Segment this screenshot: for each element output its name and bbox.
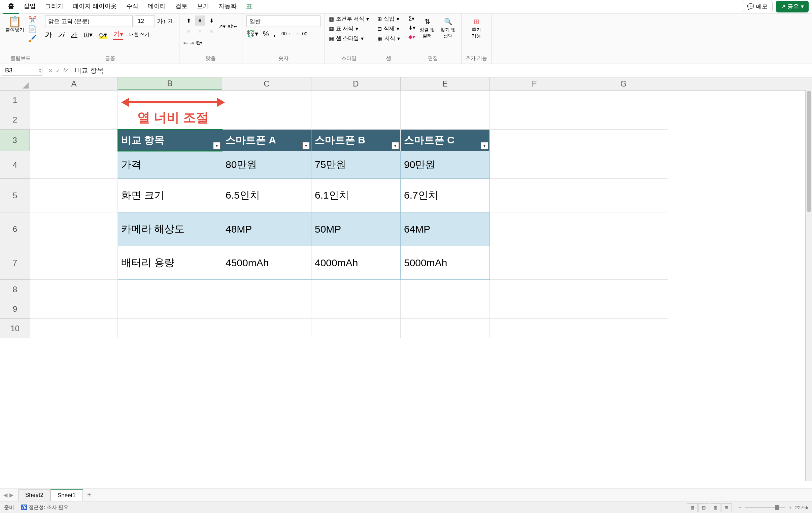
cell-E4[interactable]: 90만원 <box>401 151 490 179</box>
zoom-control[interactable]: − + 227% <box>738 505 808 510</box>
sheet-prev-icon[interactable]: ◀ <box>3 492 7 498</box>
menu-tab-그리기[interactable]: 그리기 <box>40 0 68 14</box>
cell-G2[interactable] <box>579 110 668 130</box>
row-header-9[interactable]: 9 <box>0 299 30 319</box>
underline-button[interactable]: 가 <box>71 30 78 39</box>
cell-B10[interactable] <box>118 319 222 338</box>
merge-icon[interactable]: ⧉▾ <box>196 40 202 46</box>
cell-D3[interactable]: 스마트폰 B▼ <box>311 130 401 151</box>
phonetic-button[interactable]: 내친 쓰기 <box>129 32 149 38</box>
column-header-D[interactable]: D <box>311 78 401 90</box>
sort-filter-button[interactable]: ⇅ 정렬 및 필터 <box>418 16 436 40</box>
align-center-icon[interactable]: ≡ <box>195 27 205 37</box>
cell-G9[interactable] <box>579 299 668 319</box>
cell-B8[interactable] <box>118 280 222 299</box>
cell-A7[interactable] <box>30 246 118 280</box>
cell-F10[interactable] <box>490 319 579 338</box>
cut-icon[interactable]: ✂️ <box>28 16 37 24</box>
row-header-6[interactable]: 6 <box>0 212 30 246</box>
cell-D6[interactable]: 50MP <box>311 212 401 246</box>
cell-F4[interactable] <box>490 151 579 179</box>
cell-A4[interactable] <box>30 151 118 179</box>
font-size-select[interactable] <box>135 16 155 27</box>
cell-E1[interactable] <box>401 90 490 110</box>
cell-G3[interactable] <box>579 130 668 151</box>
add-sheet-button[interactable]: + <box>84 490 94 500</box>
column-header-F[interactable]: F <box>490 78 579 90</box>
share-button[interactable]: ↗ 공유 ▾ <box>776 1 809 12</box>
cell-F8[interactable] <box>490 280 579 299</box>
copy-icon[interactable]: 📄 <box>28 25 37 33</box>
cell-C8[interactable] <box>222 280 311 299</box>
cell-G5[interactable] <box>579 179 668 212</box>
row-header-2[interactable]: 2 <box>0 110 30 130</box>
align-middle-icon[interactable]: ≡ <box>195 16 205 26</box>
row-header-4[interactable]: 4 <box>0 151 30 179</box>
menu-tab-보기[interactable]: 보기 <box>192 0 214 14</box>
menu-tab-검토[interactable]: 검토 <box>171 0 192 14</box>
autosum-icon[interactable]: Σ▾ <box>408 16 415 22</box>
row-header-7[interactable]: 7 <box>0 246 30 280</box>
cell-C2[interactable] <box>222 110 311 130</box>
decrease-indent-icon[interactable]: ⇤ <box>183 40 188 46</box>
cell-A5[interactable] <box>30 179 118 212</box>
zoom-level[interactable]: 227% <box>795 505 808 510</box>
cell-C7[interactable]: 4500mAh <box>222 246 311 280</box>
cell-B4[interactable]: 가격 <box>118 151 222 179</box>
cell-B5[interactable]: 화면 크기 <box>118 179 222 212</box>
cell-E7[interactable]: 5000mAh <box>401 246 490 280</box>
cell-D7[interactable]: 4000mAh <box>311 246 401 280</box>
cell-G8[interactable] <box>579 280 668 299</box>
cell-G6[interactable] <box>579 212 668 246</box>
row-header-8[interactable]: 8 <box>0 280 30 299</box>
cell-C1[interactable] <box>222 90 311 110</box>
column-header-C[interactable]: C <box>222 78 311 90</box>
menu-tab-삽입[interactable]: 삽입 <box>19 0 40 14</box>
cell-B3[interactable]: 비교 항목▼ <box>118 130 222 151</box>
menu-tab-데이터[interactable]: 데이터 <box>143 0 171 14</box>
cell-F6[interactable] <box>490 212 579 246</box>
cell-A2[interactable] <box>30 110 118 130</box>
vertical-scrollbar[interactable] <box>805 90 812 481</box>
table-format-button[interactable]: ▦표 서식▾ <box>329 25 358 32</box>
italic-button[interactable]: 가 <box>58 30 65 39</box>
increase-font-icon[interactable]: 가↑ <box>157 17 166 25</box>
currency-icon[interactable]: 💱▾ <box>246 30 258 38</box>
memo-button[interactable]: 💬 메모 <box>742 1 773 12</box>
cell-F7[interactable] <box>490 246 579 280</box>
format-cells-button[interactable]: ▦서식▾ <box>377 35 400 42</box>
zoom-slider[interactable] <box>745 507 785 508</box>
find-select-button[interactable]: 🔍 찾기 및 선택 <box>439 16 457 40</box>
cell-D2[interactable] <box>311 110 401 130</box>
menu-tab-자동화[interactable]: 자동화 <box>214 0 241 14</box>
cell-F1[interactable] <box>490 90 579 110</box>
sheet-next-icon[interactable]: ▶ <box>9 492 13 498</box>
cell-B9[interactable] <box>118 299 222 319</box>
fill-icon[interactable]: ⬇▾ <box>408 25 415 31</box>
menu-tab-페이지 레이아웃[interactable]: 페이지 레이아웃 <box>68 0 121 14</box>
border-button[interactable]: ⊞▾ <box>84 31 93 39</box>
number-format-select[interactable] <box>246 16 320 27</box>
row-header-5[interactable]: 5 <box>0 179 30 212</box>
filter-button[interactable]: ▼ <box>302 142 310 149</box>
sheet-tab-Sheet2[interactable]: Sheet2 <box>18 489 51 501</box>
cell-D9[interactable] <box>311 299 401 319</box>
decrease-font-icon[interactable]: 가↓ <box>168 18 175 24</box>
cell-A1[interactable] <box>30 90 118 110</box>
cell-G7[interactable] <box>579 246 668 280</box>
increase-indent-icon[interactable]: ⇥ <box>190 40 194 46</box>
cell-B1[interactable] <box>118 90 222 110</box>
cell-D5[interactable]: 6.1인치 <box>311 179 401 212</box>
cell-A8[interactable] <box>30 280 118 299</box>
fx-icon[interactable]: fx <box>63 67 68 75</box>
confirm-icon[interactable]: ✓ <box>56 67 61 75</box>
insert-cells-button[interactable]: ⊞삽입▾ <box>377 16 399 23</box>
filter-button[interactable]: ▼ <box>392 142 399 149</box>
font-color-button[interactable]: 가▾ <box>113 30 123 40</box>
cell-F3[interactable] <box>490 130 579 151</box>
cell-G4[interactable] <box>579 151 668 179</box>
zoom-out-icon[interactable]: − <box>738 505 742 510</box>
menu-tab-홈[interactable]: 홈 <box>3 0 19 14</box>
cell-C3[interactable]: 스마트폰 A▼ <box>222 130 311 151</box>
column-header-A[interactable]: A <box>30 78 118 90</box>
